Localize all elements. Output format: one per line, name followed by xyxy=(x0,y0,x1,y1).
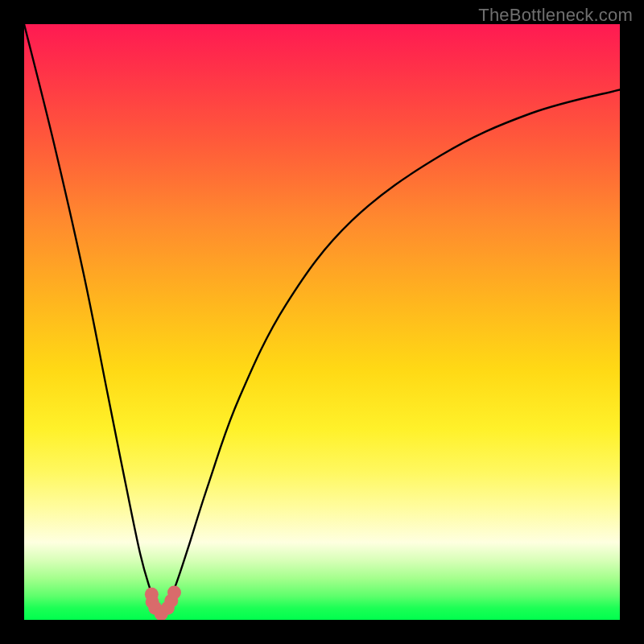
curve-layer xyxy=(24,24,620,620)
bottleneck-curve xyxy=(24,24,620,614)
marker-group xyxy=(145,585,181,620)
chart-frame: TheBottleneck.com xyxy=(0,0,644,644)
highlight-marker xyxy=(167,585,181,599)
plot-area xyxy=(24,24,620,620)
watermark-text: TheBottleneck.com xyxy=(478,5,633,26)
